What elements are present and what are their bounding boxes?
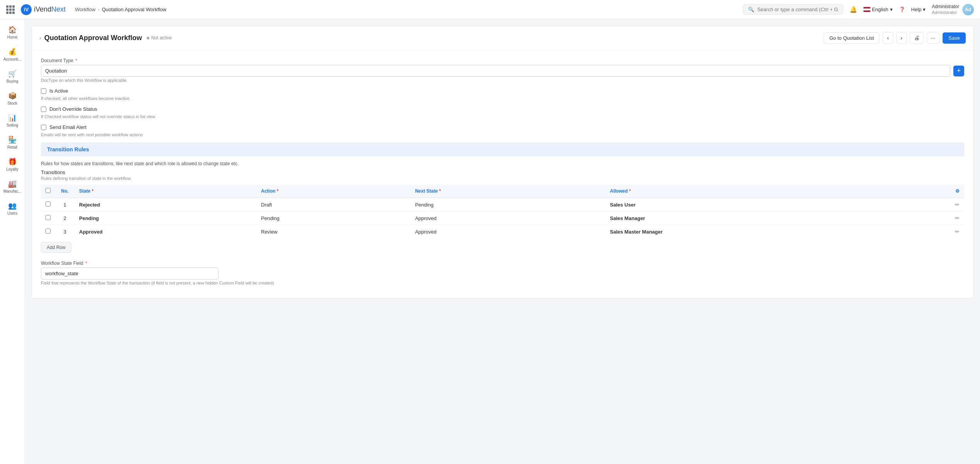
help-chevron-icon: ▾: [923, 7, 926, 12]
status-badge: Not active: [147, 35, 172, 41]
next-button[interactable]: ›: [896, 32, 907, 44]
prev-button[interactable]: ‹: [883, 32, 893, 44]
table-row: 1 Rejected Draft Pending Sales User ✏: [41, 198, 964, 212]
document-type-hint: DocType on which this Workflow is applic…: [41, 78, 964, 83]
page-title: Quotation Approval Workflow: [44, 34, 142, 42]
sidebar-item-loyalty[interactable]: 🎁 Loyalty: [2, 154, 23, 175]
top-nav: iV iVendNext Workflow › Quotation Approv…: [0, 0, 980, 19]
edit-icon-1[interactable]: ✏: [955, 202, 960, 208]
row-action-3: Review: [256, 225, 410, 239]
buying-icon: 🛒: [8, 69, 17, 78]
section-title: Transition Rules: [47, 146, 958, 152]
flag-icon: [863, 7, 870, 12]
sidebar-label-retail: Retail: [7, 145, 17, 150]
sidebar-item-accounting[interactable]: 💰 Accounti...: [2, 44, 23, 65]
row-checkbox-cell-2: [41, 212, 55, 225]
workflow-state-label: Workflow State Field *: [41, 261, 964, 266]
send-email-checkbox[interactable]: [41, 125, 46, 130]
is-active-label: Is Active: [49, 88, 68, 94]
document-type-row: +: [41, 65, 964, 77]
is-active-checkbox[interactable]: [41, 88, 46, 94]
section-toggle-icon[interactable]: ›: [39, 35, 41, 41]
row-state-3: Approved: [74, 225, 256, 239]
users-icon: 👥: [8, 202, 17, 210]
workflow-state-field: Workflow State Field * Field that repres…: [41, 261, 964, 285]
workflow-state-hint: Field that represents the Workflow State…: [41, 281, 964, 285]
document-type-label: Document Type *: [41, 58, 964, 63]
content-area: › Quotation Approval Workflow Not active…: [31, 25, 974, 299]
row-edit-3[interactable]: ✏: [950, 225, 964, 239]
section-header: Transition Rules: [41, 142, 964, 156]
logo-circle: iV: [21, 4, 32, 15]
row-state-2: Pending: [74, 212, 256, 225]
breadcrumb-separator: ›: [98, 7, 99, 12]
col-header-next-state: Next State *: [410, 185, 605, 198]
breadcrumb-parent[interactable]: Workflow: [75, 7, 95, 12]
is-active-row: Is Active: [41, 88, 964, 94]
print-button[interactable]: 🖨: [910, 32, 924, 44]
search-icon: 🔍: [748, 7, 754, 12]
status-text: Not active: [151, 35, 172, 41]
sidebar-item-stock[interactable]: 📦 Stock: [2, 88, 23, 109]
loyalty-icon: 🎁: [8, 157, 17, 166]
breadcrumb-current: Quotation Approval Workflow: [102, 7, 166, 12]
document-type-field: Document Type * + DocType on which this …: [41, 58, 964, 83]
document-type-add-button[interactable]: +: [953, 66, 964, 76]
dont-override-checkbox[interactable]: [41, 107, 46, 112]
user-info[interactable]: Administrator Administrator Ad: [932, 4, 974, 15]
app-grid-icon[interactable]: [6, 5, 15, 14]
form-body: Document Type * + DocType on which this …: [32, 50, 973, 298]
sidebar-item-buying[interactable]: 🛒 Buying: [2, 66, 23, 87]
dont-override-row: Don't Override Status: [41, 106, 964, 112]
row-checkbox-1[interactable]: [46, 202, 51, 207]
search-bar[interactable]: 🔍: [743, 4, 843, 15]
row-checkbox-cell-1: [41, 198, 55, 212]
row-no-3: 3: [55, 225, 74, 239]
accounting-icon: 💰: [8, 47, 17, 56]
add-row-button[interactable]: Add Row: [41, 242, 71, 253]
sidebar-label-selling: Selling: [7, 123, 18, 128]
select-all-checkbox[interactable]: [46, 188, 51, 193]
manufacturing-icon: 🏭: [8, 180, 17, 188]
retail-icon: 🏪: [8, 135, 17, 144]
row-edit-1[interactable]: ✏: [950, 198, 964, 212]
sidebar-item-selling[interactable]: 📊 Selling: [2, 110, 23, 131]
row-edit-2[interactable]: ✏: [950, 212, 964, 225]
sidebar-item-home[interactable]: 🏠 Home: [2, 22, 23, 43]
sidebar-item-retail[interactable]: 🏪 Retail: [2, 132, 23, 153]
lang-chevron-icon: ▾: [890, 7, 893, 12]
row-checkbox-3[interactable]: [46, 229, 51, 234]
row-checkbox-cell-3: [41, 225, 55, 239]
row-checkbox-2[interactable]: [46, 215, 51, 220]
search-input[interactable]: [757, 7, 838, 12]
edit-icon-2[interactable]: ✏: [955, 215, 960, 221]
more-options-button[interactable]: ···: [927, 32, 940, 44]
table-row: 2 Pending Pending Approved Sales Manager…: [41, 212, 964, 225]
row-allowed-2: Sales Manager: [605, 212, 950, 225]
is-active-hint: If checked, all other workflows become i…: [41, 96, 964, 101]
language-selector[interactable]: English ▾: [863, 7, 893, 12]
subsection-desc: Rules defining transition of state in th…: [41, 176, 964, 181]
send-email-hint: Emails will be sent with next possible w…: [41, 132, 964, 137]
status-dot-icon: [147, 37, 149, 39]
workflow-state-input[interactable]: [41, 268, 218, 279]
save-button[interactable]: Save: [943, 32, 966, 44]
workflow-state-required: *: [85, 261, 87, 266]
app-logo[interactable]: iV iVendNext: [21, 4, 66, 15]
main-content: › Quotation Approval Workflow Not active…: [25, 19, 980, 464]
stock-icon: 📦: [8, 91, 17, 100]
help-label: Help: [911, 7, 922, 12]
is-active-field: Is Active If checked, all other workflow…: [41, 88, 964, 101]
edit-icon-3[interactable]: ✏: [955, 229, 960, 235]
transitions-table: No. State * Action * Next State: [41, 185, 964, 238]
sidebar-label-loyalty: Loyalty: [6, 167, 19, 172]
goto-list-button[interactable]: Go to Quotation List: [824, 32, 880, 44]
document-type-input[interactable]: [41, 65, 950, 77]
help-button[interactable]: Help ▾: [911, 7, 926, 12]
sidebar-item-manufacturing[interactable]: 🏭 Manufac...: [2, 176, 23, 197]
notifications-button[interactable]: 🔔: [850, 6, 857, 13]
sidebar-label-accounting: Accounti...: [3, 57, 22, 62]
required-marker: *: [75, 58, 77, 63]
row-allowed-3: Sales Master Manager: [605, 225, 950, 239]
sidebar-item-users[interactable]: 👥 Users: [2, 198, 23, 219]
